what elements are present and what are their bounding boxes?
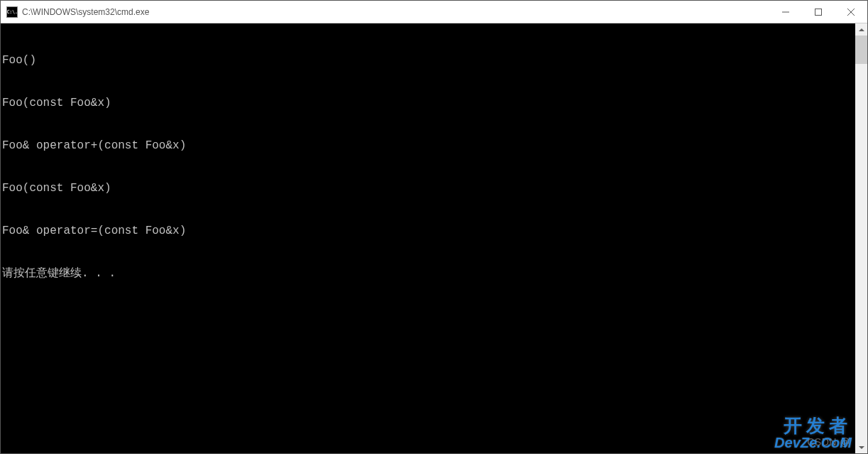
- svg-rect-1: [815, 9, 822, 15]
- scrollbar-arrow-down-icon[interactable]: [855, 441, 867, 453]
- minimize-icon: [782, 9, 789, 16]
- scrollbar-thumb[interactable]: [855, 36, 867, 64]
- console-line: 请按任意键继续. . .: [2, 266, 855, 281]
- close-button[interactable]: [835, 1, 867, 23]
- cmd-icon: C:\.: [6, 6, 18, 18]
- titlebar[interactable]: C:\. C:\WINDOWS\system32\cmd.exe: [1, 1, 867, 23]
- window-title: C:\WINDOWS\system32\cmd.exe: [22, 7, 769, 17]
- minimize-button[interactable]: [769, 1, 802, 23]
- cmd-icon-text: C:\.: [7, 9, 18, 15]
- cmd-window: C:\. C:\WINDOWS\system32\cmd.exe Foo() F…: [0, 0, 868, 454]
- console-line: Foo& operator+(const Foo&x): [2, 139, 855, 153]
- close-icon: [847, 9, 855, 16]
- maximize-button[interactable]: [802, 1, 835, 23]
- vertical-scrollbar[interactable]: [855, 23, 867, 453]
- window-content: Foo() Foo(const Foo&x) Foo& operator+(co…: [1, 23, 867, 453]
- maximize-icon: [815, 9, 822, 16]
- console-line: Foo(): [2, 53, 855, 67]
- console-line: Foo& operator=(const Foo&x): [2, 224, 855, 238]
- scrollbar-arrow-up-icon[interactable]: [855, 23, 867, 36]
- console-output[interactable]: Foo() Foo(const Foo&x) Foo& operator+(co…: [1, 23, 855, 453]
- window-controls: [769, 1, 867, 23]
- console-line: Foo(const Foo&x): [2, 96, 855, 110]
- console-line: Foo(const Foo&x): [2, 181, 855, 195]
